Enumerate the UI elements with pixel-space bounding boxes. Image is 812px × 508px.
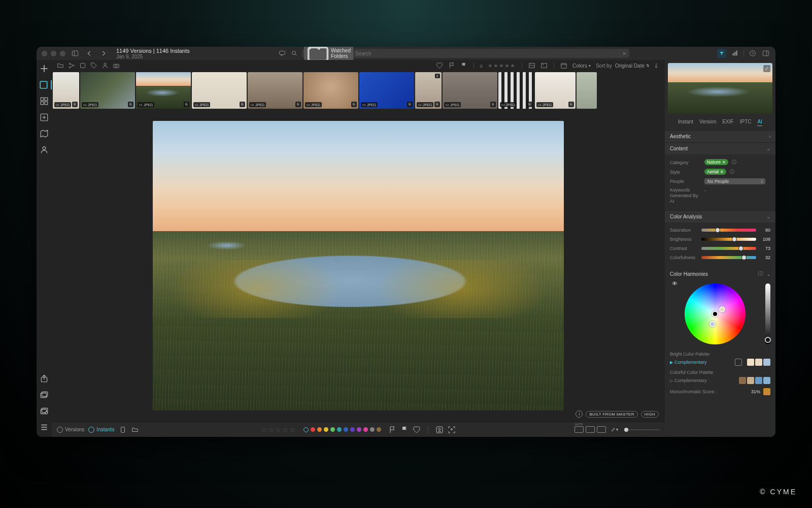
tab-instant[interactable]: Instant	[678, 119, 693, 126]
favorite-filter-icon[interactable]	[436, 62, 443, 69]
thumbnail[interactable]: ▭JPEG⎘	[53, 72, 79, 109]
filter-camera-icon[interactable]	[113, 62, 120, 69]
reject-button[interactable]	[400, 426, 409, 434]
layout-auto[interactable]	[574, 426, 584, 433]
folder-icon[interactable]	[131, 426, 139, 433]
panel-toggle-icon[interactable]	[761, 49, 770, 58]
swatch[interactable]	[747, 377, 754, 384]
bright-palette-type[interactable]: ▶Complementary	[670, 360, 707, 365]
eye-icon[interactable]: 👁	[672, 280, 678, 287]
expand-icon[interactable]: ⤢	[763, 65, 770, 72]
rail-people[interactable]	[40, 145, 49, 154]
swatch[interactable]	[755, 359, 762, 366]
thumbnail[interactable]: ▭JPEG⎘	[535, 72, 576, 109]
doc-icon[interactable]	[119, 426, 126, 433]
tab-iptc[interactable]: IPTC	[740, 119, 752, 126]
zoom-slider[interactable]	[624, 429, 660, 430]
color-dot[interactable]	[350, 427, 355, 432]
filter-icon[interactable]	[717, 49, 726, 58]
remove-tag-icon[interactable]: ✕	[720, 170, 724, 174]
slider-track[interactable]	[701, 229, 756, 232]
color-dot[interactable]	[377, 427, 381, 432]
rail-stacks[interactable]	[40, 390, 49, 399]
swatch[interactable]	[763, 377, 770, 384]
filter-album-icon[interactable]	[79, 62, 86, 69]
section-color-harmonies[interactable]: Color Harmonies ⓘ ⌄	[665, 267, 775, 280]
filter-folder-icon[interactable]	[57, 62, 64, 69]
layout-switch[interactable]	[574, 426, 606, 433]
flag-button[interactable]	[388, 426, 396, 434]
nav-back-button[interactable]	[85, 49, 94, 58]
rail-view-single[interactable]	[37, 80, 52, 89]
color-dot[interactable]	[363, 427, 368, 432]
search-field[interactable]: Watched Folders ✕	[302, 49, 629, 58]
thumbnail[interactable]: ▭JPEG⎘	[443, 72, 497, 109]
sidebar-toggle-button[interactable]	[71, 49, 80, 58]
zoom-window-button[interactable]	[60, 51, 65, 56]
close-window-button[interactable]	[42, 51, 47, 56]
color-dot[interactable]	[317, 427, 322, 432]
rail-export[interactable]	[40, 374, 49, 383]
thumbnail[interactable]: ▭JPEG⎘2	[415, 72, 442, 109]
slider-track[interactable]	[701, 238, 756, 241]
thumbnail[interactable]: ▭JPEG⎘	[192, 72, 247, 109]
color-wheel[interactable]	[685, 283, 746, 344]
info-small-icon[interactable]: ⓘ	[758, 270, 763, 277]
section-aesthetic[interactable]: Aesthetic ›	[665, 130, 775, 142]
search-icon[interactable]	[290, 49, 299, 58]
search-input[interactable]	[355, 51, 619, 56]
rating-stars[interactable]: ☆☆☆☆☆	[261, 426, 296, 434]
filter-tag-icon[interactable]	[90, 62, 97, 69]
slider-track[interactable]	[701, 247, 756, 250]
color-dot[interactable]	[337, 427, 342, 432]
sort-select[interactable]: Original Date⇅	[615, 63, 650, 69]
value-slider[interactable]	[765, 283, 770, 344]
color-dot[interactable]	[330, 427, 335, 432]
info-small-icon[interactable]: ⓘ	[730, 169, 734, 174]
info-icon[interactable]: i	[576, 410, 583, 418]
section-content[interactable]: Content ⌄	[665, 142, 775, 154]
rail-view-grid[interactable]	[40, 97, 49, 106]
sort-direction-icon[interactable]	[653, 62, 660, 69]
wheel-point[interactable]	[709, 321, 716, 327]
wheel-point[interactable]	[719, 306, 725, 312]
empty-swatch[interactable]	[735, 359, 742, 366]
focus-face-button[interactable]	[448, 426, 456, 434]
bright-swatches[interactable]	[747, 359, 770, 366]
rail-menu[interactable]	[40, 423, 49, 432]
slider-track[interactable]	[701, 256, 756, 259]
rating-filter[interactable]: ★★★★★	[488, 62, 516, 69]
thumbnail[interactable]: ▭JPEG⎘	[80, 72, 135, 109]
colorful-palette-type[interactable]: ▷Complementary	[670, 378, 707, 383]
thumbnail[interactable]: ▭JPEG⎘	[359, 72, 414, 109]
zoom-menu[interactable]: ⤢▾	[611, 426, 619, 434]
swatch[interactable]	[747, 359, 754, 366]
image-viewer[interactable]: i BUILT FROM MASTER HIGH	[52, 110, 665, 422]
clear-search-icon[interactable]: ✕	[621, 51, 627, 56]
rail-add-collection[interactable]	[40, 113, 49, 122]
colorful-swatches[interactable]	[739, 377, 770, 384]
face-detect-button[interactable]	[435, 426, 444, 434]
tab-ai[interactable]: AI	[757, 119, 762, 126]
tab-version[interactable]: Version	[699, 119, 716, 126]
flag-filter-icon[interactable]	[448, 62, 455, 69]
thumbnail[interactable]: ▭JPEG⎘	[303, 72, 358, 109]
toggle-instants[interactable]: Instants	[88, 427, 114, 433]
thumbnail[interactable]: ▭JPEG⎘	[498, 72, 534, 109]
picture-filter-icon-2[interactable]	[540, 62, 548, 69]
color-labels[interactable]	[303, 427, 381, 432]
favorite-button[interactable]	[413, 426, 421, 434]
style-tag[interactable]: Aerial✕	[704, 169, 726, 175]
rail-sync[interactable]	[40, 406, 49, 416]
add-button[interactable]	[40, 64, 49, 73]
thumbnail-strip[interactable]: ▭JPEG⎘▭JPEG⎘▭JPEG⎘▭JPEG⎘▭JPEG⎘▭JPEG⎘▭JPE…	[52, 71, 665, 110]
category-tag[interactable]: Nature✕	[704, 159, 728, 165]
swatch[interactable]	[763, 359, 770, 366]
filter-tree-icon[interactable]	[68, 62, 75, 69]
section-color-analysis[interactable]: Color Analysis ⌄	[665, 210, 775, 223]
swatch[interactable]	[755, 377, 762, 384]
calendar-filter-icon[interactable]	[560, 62, 567, 69]
thumbnail[interactable]: ▭JPEG⎘	[136, 72, 191, 109]
picture-filter-icon[interactable]	[528, 62, 535, 69]
info-small-icon[interactable]: ⓘ	[732, 160, 736, 165]
